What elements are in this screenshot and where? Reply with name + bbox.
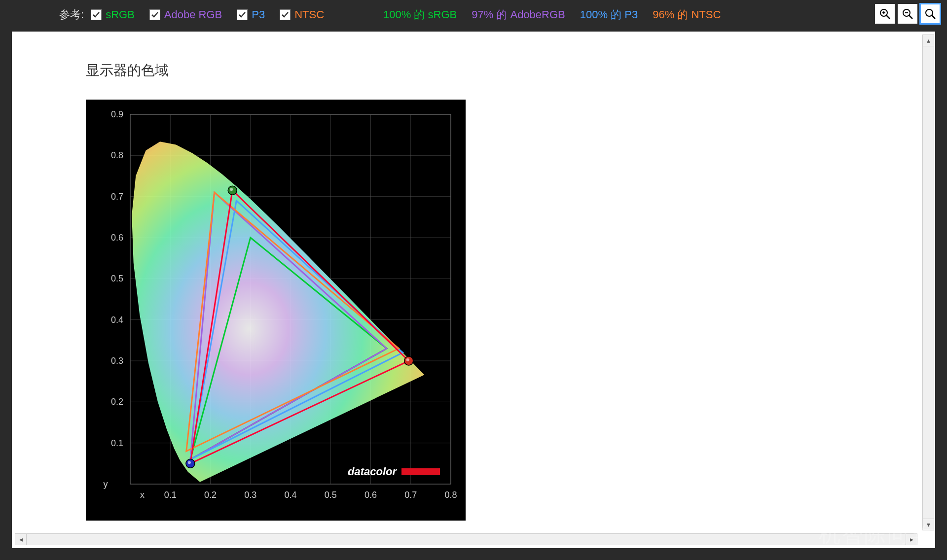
- svg-rect-59: [401, 468, 440, 475]
- svg-point-55: [230, 188, 233, 191]
- zoom-out-icon: [901, 7, 914, 20]
- scroll-left-icon[interactable]: ◂: [15, 534, 27, 545]
- stat-srgb: 100% 的 sRGB: [383, 7, 457, 22]
- svg-line-8: [932, 15, 935, 19]
- zoom-out-button[interactable]: [898, 4, 917, 24]
- zoom-in-button[interactable]: [875, 4, 895, 24]
- svg-text:x: x: [140, 490, 145, 500]
- checkbox-label: sRGB: [106, 8, 135, 21]
- svg-line-5: [909, 15, 912, 19]
- svg-text:0.7: 0.7: [404, 490, 417, 500]
- checkbox-icon[interactable]: [280, 9, 291, 20]
- zoom-fit-icon: [924, 7, 937, 20]
- viewport: 显示器的色域 0.10.20.30.40.50.60.70.80.10.20.3…: [10, 30, 937, 550]
- svg-text:0.6: 0.6: [111, 233, 123, 243]
- checkbox-p3[interactable]: P3: [237, 8, 265, 21]
- svg-point-7: [926, 9, 933, 16]
- svg-text:0.2: 0.2: [204, 490, 217, 500]
- svg-text:0.5: 0.5: [111, 274, 123, 283]
- reference-label: 参考:: [59, 7, 84, 22]
- svg-text:0.8: 0.8: [444, 490, 457, 500]
- checkbox-ntsc[interactable]: NTSC: [280, 8, 324, 21]
- checkbox-srgb[interactable]: sRGB: [91, 8, 135, 21]
- chromaticity-diagram: 0.10.20.30.40.50.60.70.80.10.20.30.40.50…: [86, 100, 466, 519]
- svg-text:0.3: 0.3: [244, 490, 256, 500]
- stat-adobergb: 97% 的 AdobeRGB: [472, 7, 565, 22]
- stat-ntsc: 96% 的 NTSC: [653, 7, 721, 22]
- svg-point-57: [188, 461, 191, 464]
- stat-p3: 100% 的 P3: [580, 7, 638, 22]
- svg-text:0.7: 0.7: [111, 192, 123, 202]
- svg-point-53: [406, 358, 409, 361]
- svg-text:0.5: 0.5: [325, 490, 337, 500]
- svg-line-1: [886, 15, 890, 19]
- zoom-fit-button[interactable]: [920, 4, 940, 24]
- page-content: 显示器的色域 0.10.20.30.40.50.60.70.80.10.20.3…: [12, 32, 935, 548]
- checkbox-icon[interactable]: [91, 9, 102, 20]
- scroll-up-icon[interactable]: ▴: [923, 35, 934, 46]
- horizontal-scrollbar[interactable]: ◂ ▸: [15, 533, 917, 545]
- svg-text:0.4: 0.4: [284, 490, 296, 500]
- checkbox-icon[interactable]: [149, 9, 160, 20]
- content-title: 显示器的色域: [86, 61, 935, 80]
- svg-text:0.2: 0.2: [111, 397, 123, 407]
- svg-text:0.4: 0.4: [111, 315, 123, 325]
- svg-text:0.1: 0.1: [111, 438, 123, 448]
- checkbox-label: P3: [252, 8, 265, 21]
- svg-text:0.9: 0.9: [111, 109, 123, 119]
- watermark: 机智陈同学: [819, 520, 932, 549]
- checkbox-label: Adobe RGB: [164, 8, 222, 21]
- zoom-in-icon: [878, 7, 891, 20]
- svg-text:0.6: 0.6: [364, 490, 377, 500]
- checkbox-adobergb[interactable]: Adobe RGB: [149, 8, 222, 21]
- checkbox-icon[interactable]: [237, 9, 248, 20]
- gamut-chart: 0.10.20.30.40.50.60.70.80.10.20.30.40.50…: [86, 100, 466, 521]
- checkbox-label: NTSC: [294, 8, 324, 21]
- svg-text:0.3: 0.3: [111, 356, 123, 366]
- svg-text:datacolor: datacolor: [348, 465, 397, 478]
- svg-text:0.8: 0.8: [111, 150, 123, 160]
- vertical-scrollbar[interactable]: ▴ ▾: [922, 35, 934, 530]
- toolbar: 参考: sRGB Adobe RGB P3 NTSC 100% 的 sRGB 9…: [0, 0, 947, 30]
- svg-text:0.1: 0.1: [164, 490, 177, 500]
- svg-text:y: y: [104, 479, 108, 489]
